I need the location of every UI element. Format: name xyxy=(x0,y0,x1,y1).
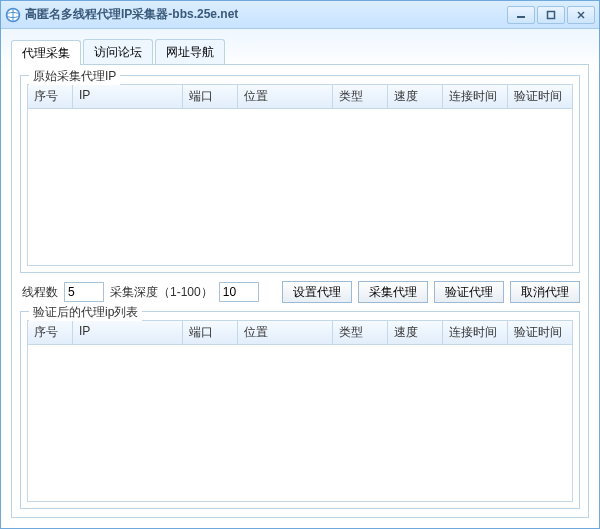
tab-strip: 代理采集 访问论坛 网址导航 xyxy=(11,39,589,65)
col-ip[interactable]: IP xyxy=(73,85,183,108)
col-port[interactable]: 端口 xyxy=(183,321,238,344)
threads-label: 线程数 xyxy=(22,284,58,301)
set-proxy-button[interactable]: 设置代理 xyxy=(282,281,352,303)
titlebar: 高匿名多线程代理IP采集器-bbs.25e.net xyxy=(1,1,599,29)
depth-input[interactable] xyxy=(219,282,259,302)
col-speed[interactable]: 速度 xyxy=(388,321,443,344)
col-conn[interactable]: 连接时间 xyxy=(443,85,508,108)
tab-url-nav[interactable]: 网址导航 xyxy=(155,39,225,64)
col-verify[interactable]: 验证时间 xyxy=(508,85,572,108)
verified-table-header: 序号 IP 端口 位置 类型 速度 连接时间 验证时间 xyxy=(28,321,572,345)
tab-page: 原始采集代理IP 序号 IP 端口 位置 类型 速度 连接时间 验证时间 xyxy=(11,65,589,518)
col-seq[interactable]: 序号 xyxy=(28,85,73,108)
col-ip[interactable]: IP xyxy=(73,321,183,344)
app-icon xyxy=(5,7,21,23)
minimize-button[interactable] xyxy=(507,6,535,24)
depth-label: 采集深度（1-100） xyxy=(110,284,213,301)
window-title: 高匿名多线程代理IP采集器-bbs.25e.net xyxy=(25,6,507,23)
svg-rect-3 xyxy=(548,11,555,18)
verify-proxy-button[interactable]: 验证代理 xyxy=(434,281,504,303)
verified-table[interactable]: 序号 IP 端口 位置 类型 速度 连接时间 验证时间 xyxy=(27,320,573,502)
group-verified: 验证后的代理ip列表 序号 IP 端口 位置 类型 速度 连接时间 验证时间 xyxy=(20,311,580,509)
client-area: 代理采集 访问论坛 网址导航 原始采集代理IP 序号 IP 端口 位置 类型 速… xyxy=(1,29,599,528)
tab-proxy-collect[interactable]: 代理采集 xyxy=(11,40,81,65)
control-row: 线程数 采集深度（1-100） 设置代理 采集代理 验证代理 取消代理 xyxy=(20,281,580,303)
raw-table-body xyxy=(28,109,572,265)
col-conn[interactable]: 连接时间 xyxy=(443,321,508,344)
col-speed[interactable]: 速度 xyxy=(388,85,443,108)
close-button[interactable] xyxy=(567,6,595,24)
col-loc[interactable]: 位置 xyxy=(238,321,333,344)
app-window: 高匿名多线程代理IP采集器-bbs.25e.net 代理采集 访问论坛 网址导航… xyxy=(0,0,600,529)
window-buttons xyxy=(507,6,595,24)
raw-table[interactable]: 序号 IP 端口 位置 类型 速度 连接时间 验证时间 xyxy=(27,84,573,266)
group-verified-title: 验证后的代理ip列表 xyxy=(29,304,142,321)
raw-table-header: 序号 IP 端口 位置 类型 速度 连接时间 验证时间 xyxy=(28,85,572,109)
col-seq[interactable]: 序号 xyxy=(28,321,73,344)
cancel-proxy-button[interactable]: 取消代理 xyxy=(510,281,580,303)
col-loc[interactable]: 位置 xyxy=(238,85,333,108)
col-verify[interactable]: 验证时间 xyxy=(508,321,572,344)
col-type[interactable]: 类型 xyxy=(333,321,388,344)
group-raw-title: 原始采集代理IP xyxy=(29,68,120,85)
group-raw-collected: 原始采集代理IP 序号 IP 端口 位置 类型 速度 连接时间 验证时间 xyxy=(20,75,580,273)
col-type[interactable]: 类型 xyxy=(333,85,388,108)
threads-input[interactable] xyxy=(64,282,104,302)
collect-proxy-button[interactable]: 采集代理 xyxy=(358,281,428,303)
maximize-button[interactable] xyxy=(537,6,565,24)
verified-table-body xyxy=(28,345,572,501)
tab-visit-forum[interactable]: 访问论坛 xyxy=(83,39,153,64)
col-port[interactable]: 端口 xyxy=(183,85,238,108)
